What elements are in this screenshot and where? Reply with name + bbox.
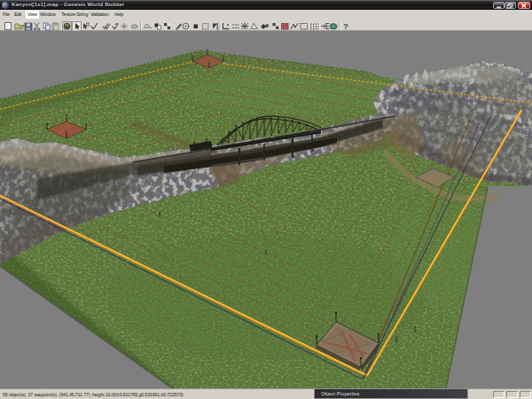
svg-text:?: ? — [343, 21, 348, 31]
